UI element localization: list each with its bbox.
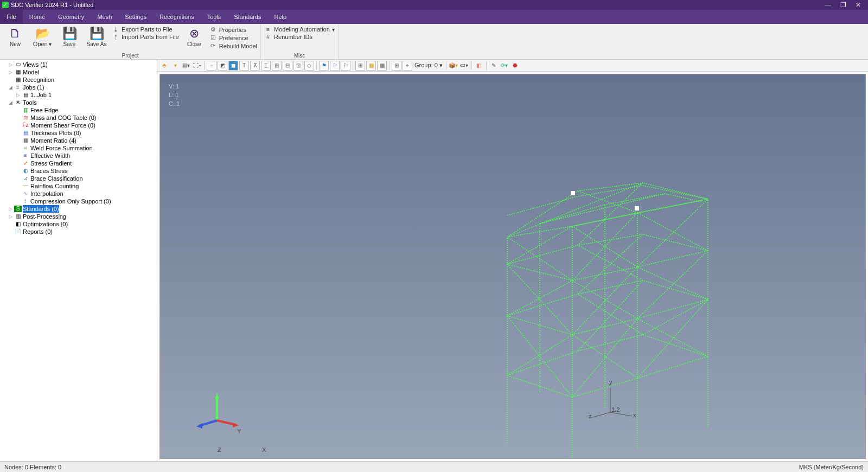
new-button[interactable]: 🗋New: [3, 25, 27, 47]
renumber-ids-button[interactable]: #Renumber IDs: [264, 34, 335, 40]
vt-flag-2[interactable]: ⚐: [330, 61, 340, 71]
tree-jobs[interactable]: ◢≡Jobs (1): [8, 84, 157, 91]
menu-file[interactable]: File: [0, 10, 23, 24]
vt-btn-3[interactable]: ◼: [228, 61, 238, 71]
tree-tools[interactable]: ◢✕Tools: [8, 99, 157, 106]
project-tree[interactable]: ▷▭Views (1) ▷▦Model ▦Recognition ◢≡Jobs …: [0, 60, 157, 461]
tree-tool-item[interactable]: ◐Braces Stress: [15, 167, 157, 175]
menu-home[interactable]: Home: [23, 10, 52, 24]
minimize-button[interactable]: —: [820, 1, 835, 9]
vt-btn-9[interactable]: ⊡: [293, 61, 303, 71]
tree-optimizations[interactable]: ◧Optimizations (0): [8, 220, 157, 228]
vt-grid-3[interactable]: ▦: [377, 61, 387, 71]
vt-btn-6[interactable]: ⌶: [261, 61, 271, 71]
menu-standards[interactable]: Standards: [227, 10, 267, 24]
export-parts-button[interactable]: ⭳Export Parts to File: [112, 26, 179, 33]
tree-tool-item[interactable]: ⌗Weld Force Summation: [15, 144, 157, 152]
tree-tool-item[interactable]: ⟟Compression Only Support (0): [15, 197, 157, 205]
tree-tool-item[interactable]: FzMoment Shear Force (0): [15, 122, 157, 129]
axis-triad-large: [193, 388, 241, 437]
tree-tool-item[interactable]: 〰Rainflow Counting: [15, 182, 157, 190]
menu-help[interactable]: Help: [267, 10, 293, 24]
tree-tool-item[interactable]: ∿Interpolation: [15, 190, 157, 197]
viewport-3d[interactable]: V: 1 L: 1 C: 1: [159, 74, 866, 459]
tree-tool-item[interactable]: ⚖Mass and COG Table (0): [15, 114, 157, 122]
vt-grid-2[interactable]: ▦: [366, 61, 376, 71]
menu-geometry[interactable]: Geometry: [52, 10, 91, 24]
jobs-icon: ≡: [14, 84, 22, 91]
vt-eraser-icon[interactable]: ◧: [474, 61, 484, 71]
preference-button[interactable]: ☑Preference: [209, 34, 257, 41]
maximize-button[interactable]: ❐: [835, 1, 851, 9]
tree-tool-item[interactable]: ⤢Stress Gradient: [15, 160, 157, 167]
vt-layers-icon[interactable]: ▤▾: [181, 61, 191, 71]
close-project-button[interactable]: ⊗Close: [182, 25, 206, 47]
app-name: SDC Verifier 2024 R1: [11, 2, 68, 8]
tree-tool-label: Moment Ratio (4): [30, 137, 76, 144]
svg-marker-37: [215, 393, 219, 399]
tree-tool-item[interactable]: ▥Free Edge: [15, 106, 157, 114]
export-icon: ⭳: [112, 26, 119, 33]
axis-x-small: x: [633, 412, 636, 418]
tree-recognition[interactable]: ▦Recognition: [8, 76, 157, 84]
svg-marker-39: [233, 423, 239, 428]
svg-line-30: [643, 299, 708, 335]
vt-stop-icon[interactable]: ⬣: [510, 61, 520, 71]
tree-tool-label: Mass and COG Table (0): [30, 114, 96, 122]
main-body: ▷▭Views (1) ▷▦Model ▦Recognition ◢≡Jobs …: [0, 60, 868, 461]
import-parts-button[interactable]: ⭱Import Parts from File: [112, 34, 179, 40]
close-window-button[interactable]: ✕: [851, 1, 866, 9]
menu-settings[interactable]: Settings: [118, 10, 153, 24]
svg-rect-35: [635, 206, 639, 211]
vt-btn-4[interactable]: T: [239, 61, 249, 71]
tree-job-1[interactable]: ▷▤1..Job 1: [15, 91, 157, 99]
tree-tool-item[interactable]: ▤Thickness Plots (0): [15, 129, 157, 137]
vt-tag-icon[interactable]: 🏷▾: [459, 61, 469, 71]
modeling-automation-button[interactable]: ≡Modeling Automation ▾: [264, 26, 335, 33]
tree-tool-label: Interpolation: [30, 190, 63, 197]
tree-tool-item[interactable]: ⊿Brace Classification: [15, 175, 157, 182]
vt-dropdown-1[interactable]: ▾: [170, 61, 180, 71]
svg-line-43: [610, 412, 632, 416]
vt-flag-3[interactable]: ⚐: [341, 61, 350, 71]
vt-expand-icon[interactable]: ⛶▾: [192, 61, 202, 71]
menu-tools[interactable]: Tools: [201, 10, 228, 24]
vt-btn-7[interactable]: ⊞: [272, 61, 282, 71]
vt-btn-1[interactable]: ▫: [207, 61, 216, 71]
vt-edit-icon[interactable]: ✎: [489, 61, 499, 71]
vt-target-icon[interactable]: ⊞: [392, 61, 401, 71]
tool-icon: ⟟: [22, 198, 29, 205]
vt-btn-8[interactable]: ⊟: [283, 61, 292, 71]
save-button[interactable]: 💾Save: [58, 25, 81, 47]
tree-tool-item[interactable]: ≡Effective Width: [15, 152, 157, 160]
tree-views[interactable]: ▷▭Views (1): [8, 61, 157, 68]
menu-recognitions[interactable]: Recognitions: [153, 10, 201, 24]
vt-scope-icon[interactable]: ⌖: [403, 61, 412, 71]
vt-cube-icon[interactable]: ⬘: [159, 61, 169, 71]
tree-tool-item[interactable]: ▦Moment Ratio (4): [15, 137, 157, 144]
rebuild-model-button[interactable]: ⟳Rebuild Model: [209, 42, 257, 49]
folder-open-icon: 📂: [35, 26, 50, 41]
properties-button[interactable]: ⚙Properties: [209, 26, 257, 33]
tree-tool-label: Weld Force Summation: [30, 144, 93, 152]
tool-icon: ▤: [22, 130, 29, 136]
save-as-button[interactable]: 💾Save As: [85, 25, 108, 47]
close-icon: ⊗: [189, 26, 199, 41]
tree-model[interactable]: ▷▦Model: [8, 68, 157, 76]
tree-postprocessing[interactable]: ▷▥Post-Processing: [8, 213, 157, 220]
tree-reports[interactable]: 📄Reports (0): [8, 228, 157, 235]
vt-grid-1[interactable]: ⊞: [355, 61, 365, 71]
open-button[interactable]: 📂Open ▾: [30, 25, 54, 47]
tree-standards[interactable]: ▷SStandards (0): [8, 205, 157, 213]
vt-refresh-icon[interactable]: ⟳▾: [500, 61, 509, 71]
tool-icon: ⊿: [22, 175, 29, 182]
tree-model-label: Model: [23, 68, 39, 76]
vt-btn-10[interactable]: ◇: [304, 61, 314, 71]
vt-btn-5[interactable]: ⊼: [250, 61, 260, 71]
menu-mesh[interactable]: Mesh: [91, 10, 118, 24]
vt-box-icon[interactable]: 📦▾: [449, 61, 458, 71]
save-as-icon: 💾: [90, 26, 104, 41]
tool-icon: 〰: [22, 183, 29, 189]
vt-flag-1[interactable]: ⚑: [319, 61, 329, 71]
vt-btn-2[interactable]: ◩: [218, 61, 227, 71]
